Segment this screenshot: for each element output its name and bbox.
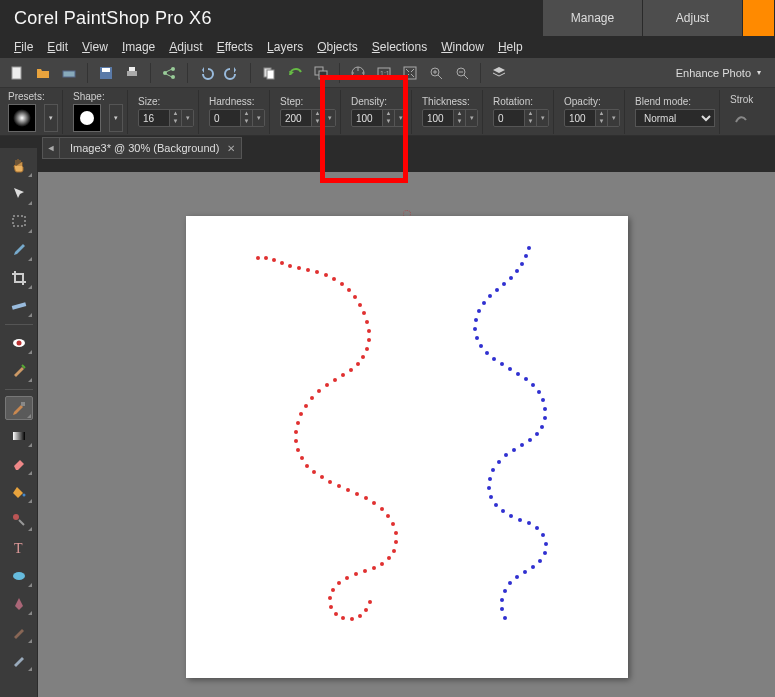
hardness-group: Hardness: ▲▼▾ xyxy=(205,90,270,134)
svg-rect-3 xyxy=(102,68,110,72)
menu-adjust[interactable]: Adjust xyxy=(169,40,202,54)
svg-point-128 xyxy=(487,486,491,490)
print-icon[interactable] xyxy=(121,62,143,84)
svg-point-60 xyxy=(294,439,298,443)
copy-icon[interactable] xyxy=(258,62,280,84)
menu-selections[interactable]: Selections xyxy=(372,40,427,54)
share-icon[interactable] xyxy=(158,62,180,84)
eraser-tool-icon[interactable] xyxy=(5,452,33,476)
oil-brush-tool-icon[interactable] xyxy=(5,648,33,672)
svg-rect-0 xyxy=(12,67,21,79)
rotation-input[interactable] xyxy=(494,113,524,124)
makeover-tool-icon[interactable] xyxy=(5,359,33,383)
svg-point-130 xyxy=(494,503,498,507)
close-tab-icon[interactable]: ✕ xyxy=(227,143,235,154)
dropper-tool-icon[interactable] xyxy=(5,238,33,262)
menu-window[interactable]: Window xyxy=(441,40,484,54)
open-folder-icon[interactable] xyxy=(32,62,54,84)
shape-tool-icon[interactable] xyxy=(5,564,33,588)
svg-point-125 xyxy=(497,460,501,464)
menu-file[interactable]: File xyxy=(14,40,33,54)
svg-point-147 xyxy=(503,616,507,620)
opacity-label: Opacity: xyxy=(564,96,601,107)
svg-point-109 xyxy=(492,357,496,361)
svg-point-122 xyxy=(520,443,524,447)
size-spinner[interactable]: ▲▼▾ xyxy=(138,109,194,127)
menu-layers[interactable]: Layers xyxy=(267,40,303,54)
layers-icon[interactable] xyxy=(488,62,510,84)
thickness-spinner[interactable]: ▲▼▾ xyxy=(422,109,478,127)
chevron-down-icon: ▾ xyxy=(757,68,761,77)
svg-point-135 xyxy=(535,526,539,530)
retouch-tool-icon[interactable] xyxy=(5,508,33,532)
svg-point-22 xyxy=(16,341,21,346)
shape-group: Shape: ▾ xyxy=(69,90,128,134)
svg-point-137 xyxy=(544,542,548,546)
rotation-spinner[interactable]: ▲▼▾ xyxy=(493,109,549,127)
paintbrush-tool-icon[interactable] xyxy=(5,396,33,420)
title-bar: Corel PaintShop Pro X6 Manage Adjust xyxy=(0,0,775,36)
svg-point-146 xyxy=(500,607,504,611)
save-icon[interactable] xyxy=(95,62,117,84)
thickness-input[interactable] xyxy=(423,113,453,124)
text-tool-icon[interactable]: T xyxy=(5,536,33,560)
svg-point-45 xyxy=(367,329,371,333)
adjust-tab[interactable]: Adjust xyxy=(643,0,743,36)
menu-help[interactable]: Help xyxy=(498,40,523,54)
shape-swatch[interactable] xyxy=(73,104,101,132)
stroke-group: Strok xyxy=(726,90,757,134)
undo-history-icon[interactable] xyxy=(284,62,306,84)
menu-image[interactable]: Image xyxy=(122,40,155,54)
presets-label: Presets: xyxy=(8,91,45,102)
preset-swatch[interactable] xyxy=(8,104,36,132)
menu-objects[interactable]: Objects xyxy=(317,40,358,54)
hardness-spinner[interactable]: ▲▼▾ xyxy=(209,109,265,127)
svg-point-72 xyxy=(380,507,384,511)
svg-point-79 xyxy=(380,562,384,566)
svg-point-132 xyxy=(509,514,513,518)
svg-point-28 xyxy=(13,572,25,580)
opacity-spinner[interactable]: ▲▼▾ xyxy=(564,109,620,127)
pen-tool-icon[interactable] xyxy=(5,592,33,616)
redeye-tool-icon[interactable] xyxy=(5,331,33,355)
stroke-icon[interactable] xyxy=(730,107,752,129)
gradient-tool-icon[interactable] xyxy=(5,424,33,448)
crop-tool-icon[interactable] xyxy=(5,266,33,290)
art-media-tool-icon[interactable] xyxy=(5,620,33,644)
zoom-out-icon[interactable] xyxy=(451,62,473,84)
svg-point-121 xyxy=(528,438,532,442)
scanner-icon[interactable] xyxy=(58,62,80,84)
document-tab[interactable]: Image3* @ 30% (Background) ✕ xyxy=(60,137,242,159)
image-canvas[interactable] xyxy=(186,216,628,678)
redo-icon[interactable] xyxy=(221,62,243,84)
step-label: Step: xyxy=(280,96,303,107)
svg-point-51 xyxy=(341,373,345,377)
svg-point-142 xyxy=(515,575,519,579)
edit-tab[interactable] xyxy=(743,0,775,36)
step-input[interactable] xyxy=(281,113,311,124)
blend-select[interactable]: Normal xyxy=(635,109,715,127)
menu-view[interactable]: View xyxy=(82,40,108,54)
selection-tool-icon[interactable] xyxy=(5,210,33,234)
canvas-viewport[interactable] xyxy=(38,172,775,697)
size-input[interactable] xyxy=(139,113,169,124)
opacity-input[interactable] xyxy=(565,113,595,124)
straighten-tool-icon[interactable] xyxy=(5,294,33,318)
pan-tool-icon[interactable] xyxy=(5,154,33,178)
hardness-input[interactable] xyxy=(210,113,240,124)
tab-scroll-left[interactable]: ◄ xyxy=(42,137,60,159)
enhance-photo-dropdown[interactable]: Enhance Photo ▾ xyxy=(676,67,769,79)
preset-dropdown[interactable]: ▾ xyxy=(44,104,58,132)
svg-point-70 xyxy=(364,496,368,500)
menu-effects[interactable]: Effects xyxy=(217,40,253,54)
pick-tool-icon[interactable] xyxy=(5,182,33,206)
new-file-icon[interactable] xyxy=(6,62,28,84)
manage-tab[interactable]: Manage xyxy=(543,0,643,36)
svg-point-100 xyxy=(495,288,499,292)
workspace-switcher: Manage Adjust xyxy=(543,0,775,36)
fill-tool-icon[interactable] xyxy=(5,480,33,504)
undo-icon[interactable] xyxy=(195,62,217,84)
menu-edit[interactable]: Edit xyxy=(47,40,68,54)
zoom-in-icon[interactable] xyxy=(425,62,447,84)
shape-dropdown[interactable]: ▾ xyxy=(109,104,123,132)
